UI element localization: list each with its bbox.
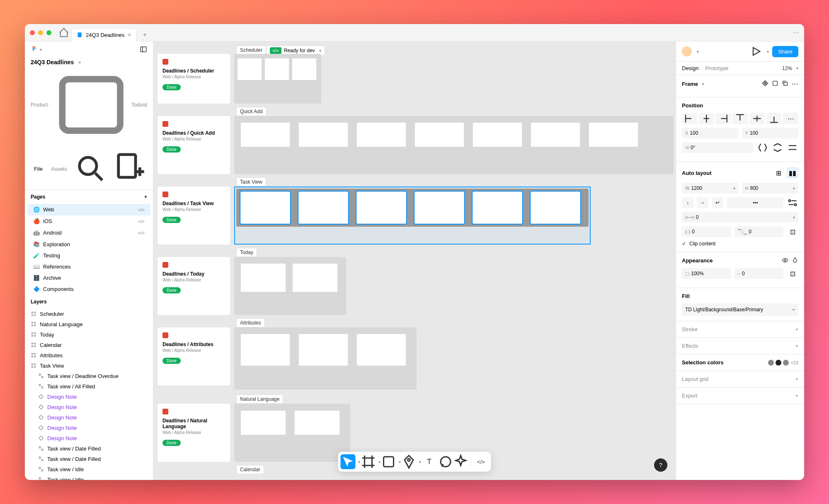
breadcrumb[interactable]: Product· Todoist: [25, 66, 153, 148]
file-menu-chevron-icon[interactable]: ▾: [79, 60, 81, 65]
comment-tool[interactable]: [438, 454, 453, 469]
move-tool[interactable]: [341, 454, 356, 469]
home-button[interactable]: [58, 27, 70, 39]
autolayout-settings-icon[interactable]: [787, 197, 798, 208]
actions-tool[interactable]: [453, 454, 468, 469]
section-label-today[interactable]: Today: [236, 248, 257, 257]
selection-colors-section[interactable]: Selection colors +23: [682, 359, 798, 366]
opacity-input[interactable]: ▢100%: [682, 268, 731, 279]
page-item-ios[interactable]: 🍎iOS</>: [27, 216, 150, 227]
page-item-android[interactable]: 🤖Android</>: [27, 227, 150, 239]
layer-item[interactable]: Today: [25, 330, 153, 340]
layer-item[interactable]: Natural Language: [25, 319, 153, 330]
layer-item[interactable]: Attributes: [25, 350, 153, 361]
page-item-archive[interactable]: 🗄️Archive: [27, 272, 150, 284]
direction-right-icon[interactable]: →: [697, 197, 708, 208]
design-tab[interactable]: Design: [682, 65, 698, 71]
align-more[interactable]: ⋯: [783, 113, 798, 124]
component-icon[interactable]: [762, 80, 768, 87]
direction-down-icon[interactable]: ↓: [682, 197, 693, 208]
padding-v-input[interactable]: ▔□▁0: [734, 226, 784, 237]
prototype-tab[interactable]: Prototype: [705, 65, 728, 71]
zoom-control[interactable]: 12%▾: [782, 65, 798, 71]
layer-item[interactable]: Design Note: [25, 423, 153, 433]
frame-tool[interactable]: [361, 454, 376, 469]
section-label-attributes[interactable]: Attributes: [236, 318, 265, 327]
more-icon[interactable]: ⋯: [792, 80, 798, 88]
radius-individual-icon[interactable]: ⊡: [787, 268, 798, 279]
section-label-calendar[interactable]: Calendar: [236, 465, 264, 474]
align-center-v[interactable]: [749, 113, 765, 124]
help-button[interactable]: ?: [654, 458, 667, 472]
minimize-window[interactable]: [38, 30, 43, 35]
share-button[interactable]: Share: [772, 46, 798, 57]
file-tab[interactable]: 24Q3 Deadlines ×: [71, 28, 136, 41]
layer-item[interactable]: Task view / Idle: [25, 464, 153, 475]
close-window[interactable]: [30, 30, 35, 35]
page-item-web[interactable]: 🌐Web</>: [27, 204, 150, 216]
radius-input[interactable]: ⌐0: [734, 268, 784, 279]
move-tool-chevron[interactable]: ▾: [358, 460, 360, 464]
rotation-input[interactable]: ⟲0°: [682, 142, 754, 153]
present-button[interactable]: [750, 46, 762, 57]
layer-item[interactable]: Design Note: [25, 433, 153, 443]
visibility-icon[interactable]: [782, 257, 788, 264]
section-label-nl[interactable]: Natural Language: [236, 395, 283, 404]
flip-h-icon[interactable]: [757, 142, 768, 153]
clip-content-checkbox[interactable]: ✓Clip content: [682, 241, 798, 247]
flip-v-icon[interactable]: [772, 142, 783, 153]
instance-icon[interactable]: [772, 80, 778, 87]
shape-tool[interactable]: [381, 454, 396, 469]
padding-individual-icon[interactable]: ⊡: [787, 226, 798, 237]
dev-mode-tool[interactable]: </>: [474, 454, 489, 469]
window-more-icon[interactable]: ⋯: [793, 29, 799, 36]
page-item-testing[interactable]: 🧪Testing: [27, 250, 150, 261]
section-card-nl[interactable]: Deadlines / Natural Language Web / Alpha…: [158, 404, 230, 462]
x-input[interactable]: X100: [682, 128, 739, 138]
section-card-attributes[interactable]: Deadlines / Attributes Web / Alpha Relea…: [158, 327, 230, 385]
direction-wrap-icon[interactable]: ↩: [712, 197, 723, 208]
y-input[interactable]: Y100: [742, 128, 799, 138]
layout-grid-section[interactable]: Layout grid+: [682, 376, 798, 382]
section-card-scheduler[interactable]: Deadlines / Scheduler Web / Alpha Releas…: [158, 54, 230, 104]
add-page-button[interactable]: +: [144, 194, 147, 200]
section-label-scheduler[interactable]: Scheduler: [236, 46, 266, 55]
section-card-today[interactable]: Deadlines / Today Web / Alpha Release Do…: [158, 257, 230, 315]
layer-item[interactable]: Task View: [25, 361, 153, 371]
export-section[interactable]: Export+: [682, 393, 798, 399]
align-left[interactable]: [682, 113, 697, 124]
layer-item[interactable]: Design Note: [25, 392, 153, 402]
position-more-icon[interactable]: [787, 142, 798, 153]
layer-item[interactable]: Design Note: [25, 412, 153, 423]
padding-h-input[interactable]: |□|0: [682, 226, 731, 237]
avatar[interactable]: [682, 46, 692, 56]
autolayout-on-icon[interactable]: ▮▮: [787, 167, 798, 179]
panel-toggle-icon[interactable]: [140, 46, 147, 53]
layer-item[interactable]: Scheduler: [25, 309, 153, 319]
pen-tool[interactable]: [402, 454, 417, 469]
maximize-window[interactable]: [46, 30, 51, 35]
text-tool[interactable]: T: [422, 454, 437, 469]
layer-item[interactable]: Calendar: [25, 340, 153, 350]
align-center-h[interactable]: [699, 113, 714, 124]
align-bottom[interactable]: [766, 113, 782, 124]
search-icon[interactable]: [74, 152, 108, 186]
copy-icon[interactable]: [782, 80, 788, 87]
page-item-components[interactable]: 🔷Components: [27, 284, 150, 295]
assets-tab-button[interactable]: Assets: [48, 164, 70, 174]
section-label-taskview[interactable]: Task View: [236, 177, 266, 187]
close-tab-icon[interactable]: ×: [128, 32, 131, 38]
stroke-section[interactable]: Stroke+: [682, 326, 798, 332]
align-right[interactable]: [715, 113, 731, 124]
section-card-quickadd[interactable]: Deadlines / Quick Add Web / Alpha Releas…: [158, 116, 230, 174]
align-top[interactable]: [732, 113, 748, 124]
section-label-quickadd[interactable]: Quick Add: [236, 107, 267, 116]
file-tab-button[interactable]: File: [31, 164, 46, 174]
blend-icon[interactable]: [792, 257, 798, 264]
page-item-exploration[interactable]: 📚Exploration: [27, 239, 150, 250]
height-input[interactable]: H800▾: [742, 183, 799, 194]
layer-item[interactable]: Task view / Date Filled: [25, 443, 153, 454]
effects-section[interactable]: Effects+: [682, 343, 798, 349]
layer-item[interactable]: Design Note: [25, 402, 153, 412]
new-tab-button[interactable]: +: [140, 30, 150, 40]
